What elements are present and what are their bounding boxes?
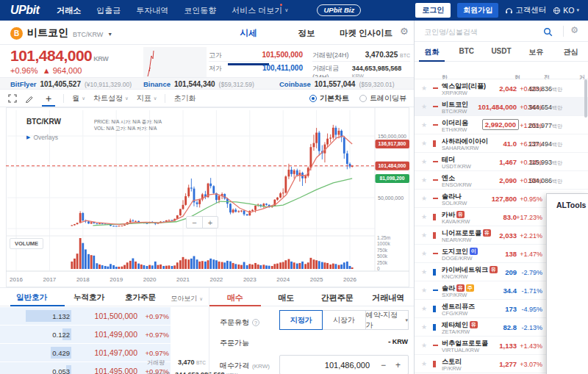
- radio-on-icon: [309, 95, 317, 102]
- login-button[interactable]: 로그인: [415, 3, 451, 18]
- mini-sparkline-chart: [143, 47, 207, 80]
- tab-krw-market[interactable]: 원화: [415, 42, 449, 61]
- warning-badge: 이: [470, 248, 478, 255]
- tab-holdings[interactable]: 보유: [519, 42, 553, 61]
- favorite-star-icon[interactable]: ★: [421, 158, 427, 165]
- zoom-in-button[interactable]: +: [202, 217, 218, 228]
- divider: [63, 94, 64, 103]
- candlestick-chart[interactable]: 2016201720182019202020212022202320242025…: [6, 107, 409, 288]
- radio-tradingview[interactable]: 트레이딩뷰: [359, 93, 406, 104]
- chart-overlays-toggle[interactable]: ▶Overlays: [26, 134, 58, 141]
- group-view-dropdown[interactable]: 모아보기∨: [171, 294, 203, 303]
- tab-price[interactable]: 시세: [228, 28, 269, 39]
- top-navigation: UPbit 거래소 입출금 투자내역 코인동향 서비스 더보기∨ UPbit B…: [0, 0, 588, 21]
- favorite-star-icon[interactable]: ★: [421, 360, 427, 367]
- nav-item-exchange[interactable]: 거래소: [57, 5, 81, 16]
- tab-trade-history[interactable]: 거래내역: [363, 288, 415, 306]
- tab-sell[interactable]: 매도: [261, 288, 312, 306]
- favorite-star-icon[interactable]: ★: [421, 176, 427, 184]
- svg-text:2017: 2017: [43, 276, 57, 283]
- coin-pair: ETH/KRW: [442, 126, 467, 133]
- search-input[interactable]: 코인명/심볼검색: [424, 27, 478, 37]
- coin-pair: SXP/KRW: [442, 292, 467, 298]
- upbit-biz-button[interactable]: UPbit Biz: [317, 4, 361, 16]
- scrollbar-thumb[interactable]: [584, 79, 587, 118]
- tab-market-insight[interactable]: 마켓 인사이트: [334, 28, 398, 39]
- coin-title[interactable]: B 비트코인 BTC/KRW ▼: [10, 26, 112, 40]
- tab-btc-market[interactable]: BTC: [449, 42, 484, 61]
- nav-item-deposit[interactable]: 입출금: [96, 5, 121, 16]
- tab-cumulative-orderbook[interactable]: 누적호가: [74, 292, 104, 303]
- gear-icon[interactable]: ⚙: [570, 25, 578, 35]
- favorite-star-icon[interactable]: ★: [421, 305, 427, 312]
- mini-change-icon: [433, 214, 436, 220]
- favorite-star-icon[interactable]: ★: [421, 140, 427, 147]
- info-icon[interactable]: ?: [252, 319, 259, 326]
- coin-row-xrp[interactable]: ★엑스알피(리플)XRP/KRW2,042+0.59%423,836백만: [415, 79, 588, 98]
- favorite-star-icon[interactable]: ★: [421, 103, 427, 110]
- chart-settings-dropdown[interactable]: 차트설정∨: [93, 90, 129, 107]
- coin-row-usdt[interactable]: ★테더USDT/KRW1,467+0.34%115,993백만: [415, 153, 588, 171]
- nav-item-investments[interactable]: 투자내역: [136, 5, 168, 16]
- support-link[interactable]: 고객센터: [505, 5, 546, 15]
- current-price: 101,484,000KRW: [10, 47, 108, 65]
- tab-favorites[interactable]: 관심: [553, 42, 588, 61]
- ask-row[interactable]: 0.122101,499,000+0.97%: [0, 326, 208, 343]
- coin-row-btc[interactable]: ★비트코인BTC/KRW101,484,000+0.96%344,654백만: [415, 98, 588, 116]
- nav-item-more-services[interactable]: 서비스 더보기∨: [232, 5, 288, 16]
- favorite-star-icon[interactable]: ★: [421, 231, 427, 239]
- ask-row[interactable]: 1.132101,500,000+0.97%: [0, 307, 208, 325]
- coin-price: 82.8: [503, 323, 517, 331]
- buy-price-input[interactable]: 101,486,000 − +: [279, 355, 409, 374]
- signup-button[interactable]: 회원가입: [457, 3, 498, 18]
- limit-order-button[interactable]: 지정가: [279, 310, 323, 330]
- language-selector[interactable]: KO ▾: [553, 6, 579, 15]
- favorite-star-icon[interactable]: ★: [421, 287, 427, 294]
- tab-general-orderbook[interactable]: 일반호가: [16, 292, 47, 303]
- tab-quick-order[interactable]: 간편주문: [312, 288, 363, 306]
- coin-volume: 104,086백만: [528, 177, 562, 185]
- mini-change-icon: [433, 290, 438, 291]
- favorite-star-icon[interactable]: ★: [421, 268, 427, 276]
- upbit-logo[interactable]: UPbit: [10, 4, 39, 17]
- tab-orderbook-order[interactable]: 호가주문: [125, 292, 156, 303]
- reset-button[interactable]: 초기화: [173, 90, 196, 107]
- coin-price: 2,090: [499, 176, 517, 184]
- search-icon[interactable]: [543, 26, 553, 40]
- favorite-star-icon[interactable]: ★: [421, 213, 427, 220]
- favorite-star-icon[interactable]: ★: [421, 195, 427, 202]
- coin-pair: SOL/KRW: [442, 200, 467, 206]
- favorite-star-icon[interactable]: ★: [421, 323, 427, 331]
- price-increment-button[interactable]: +: [395, 360, 401, 370]
- warning-badge: 유: [456, 211, 465, 218]
- crosshair-plus-tool[interactable]: +: [42, 90, 55, 107]
- draw-pencil-icon[interactable]: [25, 90, 34, 107]
- altools-window[interactable]: ALTools: [546, 193, 588, 374]
- tab-usdt-market[interactable]: USDT: [484, 42, 518, 61]
- reserved-order-dropdown[interactable]: 예약-지정가▾: [365, 310, 409, 330]
- coin-pair: IP/KRW: [442, 365, 462, 372]
- radio-basic-chart[interactable]: 기본차트: [309, 93, 349, 104]
- coin-row-sahara[interactable]: ★사하라에이아이SAHARA/KRW41.0+6.22%137,494백만: [415, 134, 588, 153]
- coin-row-eth[interactable]: ★이더리움ETH/KRW2,992,000+1.05%201,977백만: [415, 116, 588, 134]
- nav-item-trends[interactable]: 코인동향: [184, 5, 216, 16]
- gear-icon[interactable]: ⚙: [400, 26, 409, 37]
- favorite-star-icon[interactable]: ★: [421, 84, 427, 92]
- tab-buy[interactable]: 매수: [209, 288, 261, 306]
- coin-row-enso[interactable]: ★엔소ENSO/KRW2,090+0.58%104,086백만: [415, 171, 588, 190]
- svg-text:2025: 2025: [310, 276, 323, 283]
- coin-pair: KNC/KRW: [442, 273, 467, 280]
- price-decrement-button[interactable]: −: [381, 360, 386, 370]
- mini-change-icon: [433, 361, 436, 367]
- favorite-star-icon[interactable]: ★: [421, 121, 427, 129]
- indicator-dropdown[interactable]: 지표∨: [137, 90, 157, 107]
- zoom-out-button[interactable]: −: [187, 217, 202, 228]
- coin-pair: VIRTUAL/KRW: [442, 347, 479, 353]
- fullscreen-icon[interactable]: [8, 90, 17, 107]
- tab-info[interactable]: 정보: [290, 28, 323, 39]
- coin-price: 41.0: [503, 140, 517, 148]
- favorite-star-icon[interactable]: ★: [421, 250, 427, 257]
- market-order-button[interactable]: 시장가: [322, 310, 365, 330]
- period-dropdown[interactable]: 월∨: [72, 90, 85, 107]
- favorite-star-icon[interactable]: ★: [421, 342, 427, 349]
